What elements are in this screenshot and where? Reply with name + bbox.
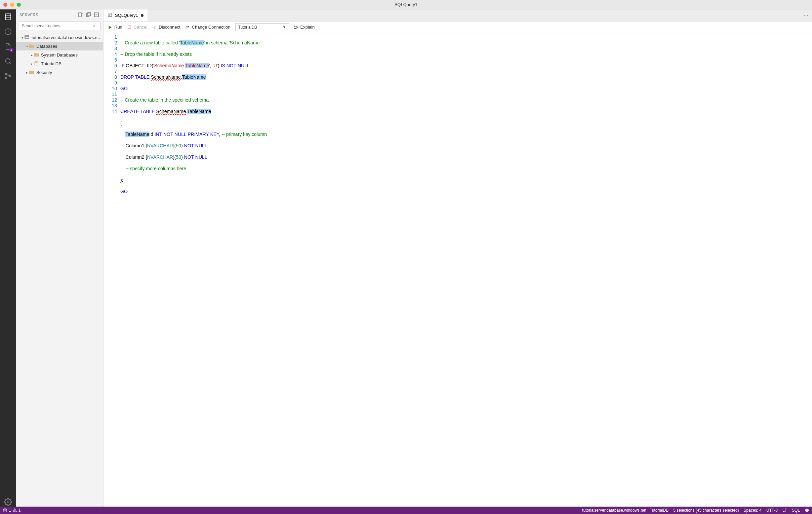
svg-point-28 <box>294 28 295 29</box>
svg-point-37 <box>807 510 808 510</box>
svg-point-20 <box>26 38 26 38</box>
activity-settings-icon[interactable] <box>3 497 13 507</box>
svg-point-7 <box>5 77 7 79</box>
chevron-right-icon: ▸ <box>30 53 34 57</box>
tree-system-databases[interactable]: ▸ System Databases <box>16 51 103 59</box>
svg-rect-17 <box>25 35 29 37</box>
sidebar: SERVERS × ▾ tutorialserver.database.wind… <box>16 9 104 507</box>
status-encoding[interactable]: UTF-8 <box>766 508 778 513</box>
unsaved-dot-icon <box>141 14 144 17</box>
run-button[interactable]: Run <box>108 25 122 30</box>
explain-button[interactable]: Explain <box>294 25 315 30</box>
svg-rect-18 <box>25 37 29 38</box>
tree-server[interactable]: ▾ tutorialserver.database.windows.n… <box>16 33 103 42</box>
cancel-button[interactable]: Cancel <box>127 25 147 30</box>
disconnect-button[interactable]: Disconnect <box>152 25 180 30</box>
tab-bar: SQLQuery1 ⋯ <box>104 9 812 22</box>
explorer-badge: 1 <box>9 48 13 52</box>
tree-security[interactable]: ▸ Security <box>16 68 103 77</box>
svg-point-4 <box>5 58 10 63</box>
window-close[interactable] <box>3 3 7 7</box>
explain-label: Explain <box>300 25 315 30</box>
chevron-down-icon: ▼ <box>283 25 286 29</box>
window-minimize[interactable] <box>10 3 14 7</box>
status-problems[interactable]: 1 1 <box>3 508 21 513</box>
tree-label: Security <box>36 70 52 75</box>
database-select-value: TutorialDB <box>238 25 257 30</box>
tree-label: TutorialDB <box>41 61 61 66</box>
server-icon <box>24 35 30 40</box>
server-search-input[interactable] <box>19 22 100 30</box>
database-select[interactable]: TutorialDB ▼ <box>235 23 289 31</box>
status-selection[interactable]: 5 selections (45 characters selected) <box>673 508 739 513</box>
svg-point-27 <box>294 26 295 27</box>
chevron-right-icon: ▸ <box>30 62 34 65</box>
folder-icon <box>34 52 39 57</box>
clear-search-icon[interactable]: × <box>93 23 96 29</box>
cancel-label: Cancel <box>134 25 147 30</box>
tree-label: Databases <box>36 44 57 49</box>
svg-rect-26 <box>128 26 131 29</box>
window-title: SQLQuery1 <box>0 2 812 7</box>
svg-point-34 <box>14 511 15 511</box>
activity-bar: 1 <box>0 9 16 507</box>
error-count: 1 <box>9 508 11 513</box>
activity-source-control-icon[interactable] <box>3 71 13 81</box>
tree-label: System Databases <box>41 52 78 57</box>
change-connection-label: Change Connection <box>192 25 231 30</box>
status-spaces[interactable]: Spaces: 4 <box>744 508 761 513</box>
activity-tasks-icon[interactable] <box>3 27 13 36</box>
svg-point-21 <box>35 61 38 62</box>
folder-icon <box>29 44 34 49</box>
window-titlebar: SQLQuery1 <box>0 0 812 9</box>
run-label: Run <box>114 25 122 30</box>
server-tree: ▾ tutorialserver.database.windows.n… ▾ D… <box>16 32 103 78</box>
svg-point-36 <box>806 510 807 510</box>
disconnect-label: Disconnect <box>158 25 180 30</box>
tab-sqlquery1[interactable]: SQLQuery1 <box>104 9 148 21</box>
status-bar: 1 1 tutorialserver.database.windows.net … <box>0 507 812 514</box>
editor-more-icon[interactable]: ⋯ <box>800 9 812 21</box>
svg-point-8 <box>9 75 11 77</box>
database-icon <box>34 61 39 66</box>
file-sql-icon <box>108 12 112 18</box>
collapse-all-icon[interactable] <box>93 11 100 18</box>
svg-point-19 <box>26 36 26 36</box>
editor-area: SQLQuery1 ⋯ Run Cancel Disconnect Change… <box>104 9 812 507</box>
folder-icon <box>29 70 34 75</box>
svg-point-9 <box>7 501 9 503</box>
activity-servers-icon[interactable] <box>3 12 13 22</box>
code-content[interactable]: -- Create a new table called 'TableName'… <box>120 33 267 507</box>
svg-rect-10 <box>79 13 81 17</box>
svg-line-5 <box>9 62 11 64</box>
tab-label: SQLQuery1 <box>115 13 138 18</box>
warning-count: 1 <box>19 508 21 513</box>
tree-databases[interactable]: ▾ Databases <box>16 42 103 51</box>
tree-tutorialdb[interactable]: ▸ TutorialDB <box>16 59 103 68</box>
activity-search-icon[interactable] <box>3 56 13 66</box>
svg-rect-0 <box>5 14 11 20</box>
line-gutter: 1234567891011121314 <box>104 33 120 507</box>
window-zoom[interactable] <box>17 3 21 7</box>
status-connection[interactable]: tutorialserver.database.windows.net : Tu… <box>582 508 668 513</box>
chevron-down-icon: ▾ <box>20 36 24 39</box>
new-group-icon[interactable] <box>85 11 92 18</box>
chevron-down-icon: ▾ <box>25 45 29 48</box>
status-eol[interactable]: LF <box>782 508 787 513</box>
chevron-right-icon: ▸ <box>25 71 29 74</box>
tree-label: tutorialserver.database.windows.n… <box>32 35 102 40</box>
change-connection-button[interactable]: Change Connection <box>185 25 231 30</box>
svg-point-6 <box>5 73 7 75</box>
new-connection-icon[interactable] <box>77 11 84 18</box>
code-editor[interactable]: 1234567891011121314 -- Create a new tabl… <box>104 33 812 507</box>
status-feedback-icon[interactable] <box>805 508 809 513</box>
svg-point-35 <box>805 509 809 512</box>
status-language[interactable]: SQL <box>792 508 800 513</box>
activity-explorer-icon[interactable]: 1 <box>3 42 13 51</box>
query-toolbar: Run Cancel Disconnect Change Connection … <box>104 22 812 33</box>
sidebar-title: SERVERS <box>20 13 38 17</box>
